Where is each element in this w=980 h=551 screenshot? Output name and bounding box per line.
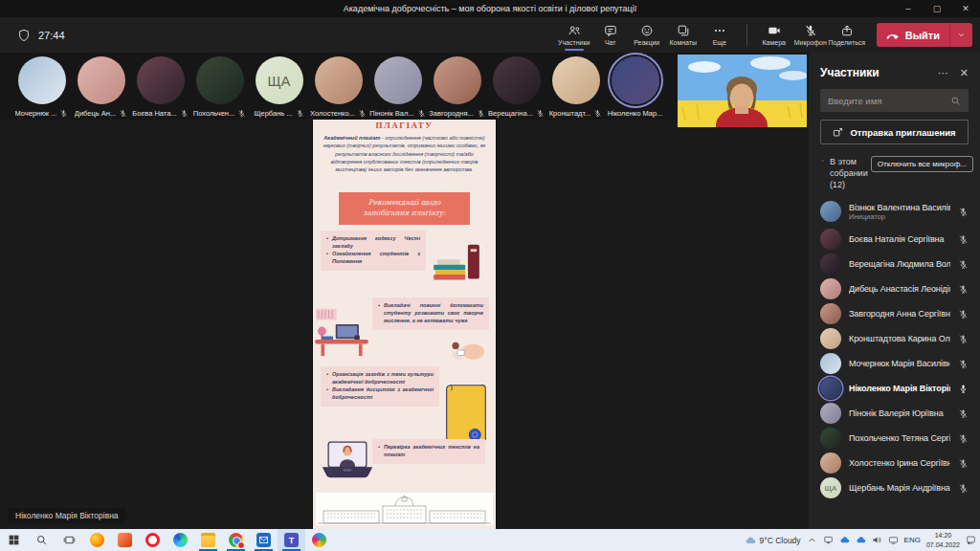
onedrive-cloud-icon[interactable] (839, 535, 850, 545)
action-center-icon[interactable] (966, 535, 976, 545)
avatar (315, 56, 363, 104)
participant-tile[interactable]: Верещагіна... (488, 53, 545, 118)
avatar (820, 428, 841, 449)
mic-off-icon[interactable] (958, 483, 969, 494)
file-explorer-icon (201, 533, 215, 547)
task-view-icon (63, 534, 76, 546)
toolbar-microphone-button[interactable]: Микрофон (792, 17, 829, 53)
presenter-name-tag: Ніколенко Марія Вікторівна (8, 508, 126, 523)
taskbar-app-edge[interactable] (167, 529, 194, 551)
mic-off-icon (804, 24, 817, 37)
maximize-button[interactable]: ▢ (923, 0, 951, 17)
participant-tile[interactable]: Боєва Ната... (132, 53, 189, 118)
mic-on-icon[interactable] (958, 384, 969, 394)
participant-row[interactable]: ЩА Щербань Марія Андріївна (809, 475, 980, 500)
photos-icon (312, 533, 326, 547)
mic-off-icon[interactable] (958, 234, 969, 245)
network-icon[interactable] (888, 535, 899, 545)
participant-tile[interactable]: Завгородня... (429, 53, 485, 118)
mic-off-icon (237, 109, 246, 118)
mic-off-icon[interactable] (958, 408, 969, 419)
minimize-button[interactable]: – (894, 0, 923, 17)
onedrive-cloud-icon[interactable] (856, 535, 866, 545)
section-label-group[interactable]: В этом собрании (12) (820, 156, 871, 190)
toolbar-chat-button[interactable]: Чат (592, 17, 629, 53)
toolbar-reactions-button[interactable]: Реакции (629, 17, 665, 53)
participant-tile[interactable]: Похольчен... (191, 53, 248, 118)
close-button[interactable]: ✕ (951, 0, 980, 17)
mic-off-icon[interactable] (958, 359, 969, 369)
participant-search-box[interactable] (820, 89, 969, 112)
taskbar-app-mail[interactable] (250, 529, 278, 551)
panel-more-icon[interactable]: ⋯ (938, 67, 948, 79)
invite-share-icon (833, 127, 843, 138)
participant-tile[interactable]: Кронштадт... (547, 53, 604, 118)
participant-row[interactable]: Верещагіна Людмила Володим... (809, 252, 980, 276)
mic-off-icon (59, 109, 68, 118)
participant-row-active-speaker[interactable]: Ніколенко Марія Вікторівна (809, 376, 980, 401)
taskbar-clock[interactable]: 14:20 07.04.2022 (926, 531, 960, 548)
participant-row[interactable]: Дибець Анастасія Леонідівна (809, 276, 980, 301)
taskbar-app-opera[interactable] (139, 529, 167, 551)
mic-off-icon[interactable] (958, 334, 969, 344)
toolbar-share-button[interactable]: Поделиться (829, 17, 865, 53)
mic-off-icon[interactable] (958, 284, 969, 295)
university-building-sketch (316, 493, 493, 525)
mic-off-icon[interactable] (958, 458, 969, 469)
task-view-button[interactable] (56, 529, 83, 551)
participant-tile[interactable]: ЩА Щербань ... (251, 53, 307, 118)
taskbar-app-firefox[interactable] (83, 529, 111, 551)
teams-meeting-window: Академічна доброчесність – моя оборона я… (0, 0, 980, 551)
toolbar-participants-button[interactable]: Участники (556, 17, 592, 53)
hidden-icons-chevron-icon[interactable] (807, 535, 817, 545)
mic-off-icon[interactable] (958, 433, 969, 444)
mic-off-icon[interactable] (958, 207, 969, 217)
avatar (820, 201, 841, 222)
mic-off-icon (358, 109, 367, 118)
start-button[interactable] (0, 529, 28, 551)
avatar (820, 328, 841, 349)
self-view-video[interactable] (678, 55, 807, 127)
taskbar-app-file-explorer[interactable] (194, 529, 222, 551)
volume-icon[interactable] (872, 535, 882, 545)
device-tray-icon[interactable] (823, 535, 834, 545)
panel-close-icon[interactable]: ✕ (960, 67, 969, 79)
leave-options-button[interactable] (950, 31, 972, 39)
mic-off-icon[interactable] (958, 309, 969, 320)
rooms-icon (677, 24, 690, 37)
participant-tile-active-speaker[interactable]: Ніколенко Мар... (607, 53, 663, 118)
participant-row[interactable]: Холостенко Ірина Сергіївна (809, 451, 980, 475)
toolbar-camera-button[interactable]: Камера (756, 17, 792, 53)
mail-icon (256, 533, 271, 547)
taskbar-app-photos[interactable] (305, 529, 333, 551)
leave-button[interactable]: Выйти (877, 29, 949, 42)
participant-row[interactable]: Мочернюк Марія Василівна (809, 351, 980, 376)
slide-title: ПЛАГІАТУ (313, 121, 496, 130)
leave-button-group: Выйти (877, 23, 972, 47)
participant-row[interactable]: Пінонік Валерія Юріївна (809, 401, 980, 426)
participant-row[interactable]: Похольченко Тетяна Сергіївна (809, 426, 980, 451)
taskbar-app-office[interactable] (111, 529, 139, 551)
taskbar-search-button[interactable] (28, 529, 56, 551)
participant-row[interactable]: Боєва Наталія Сергіївна (809, 227, 980, 252)
taskbar-app-chrome[interactable] (222, 529, 250, 551)
toolbar-more-button[interactable]: Еще (702, 17, 738, 53)
mute-all-button[interactable]: Отключить все микроф... (871, 156, 973, 172)
participant-tile[interactable]: Дибець Ан... (73, 53, 129, 118)
participant-tile[interactable]: Холостенко... (310, 53, 367, 118)
reactions-icon (640, 24, 654, 37)
participant-row[interactable]: Кронштадтова Карина Олегівна (809, 326, 980, 351)
participant-row[interactable]: Завгородня Анна Сергіївна (809, 301, 980, 326)
mic-off-icon[interactable] (958, 259, 969, 270)
windows-taskbar: T 9°C Cloudy ENG 14:20 07.04.2022 (0, 529, 980, 551)
toolbar-rooms-button[interactable]: Комнаты (665, 17, 702, 53)
search-input[interactable] (828, 96, 945, 106)
send-invite-button[interactable]: Отправка приглашения (820, 120, 969, 144)
participant-row[interactable]: Візнюк Валентина ВасилівнаИнициатор (809, 196, 980, 227)
chevron-down-icon (957, 31, 966, 39)
weather-widget[interactable]: 9°C Cloudy (745, 535, 801, 546)
taskbar-app-teams[interactable]: T (278, 529, 305, 551)
language-indicator[interactable]: ENG (904, 536, 921, 544)
participant-tile[interactable]: Пінонік Вал... (369, 53, 426, 118)
participant-tile[interactable]: Мочернюк ... (13, 53, 70, 118)
